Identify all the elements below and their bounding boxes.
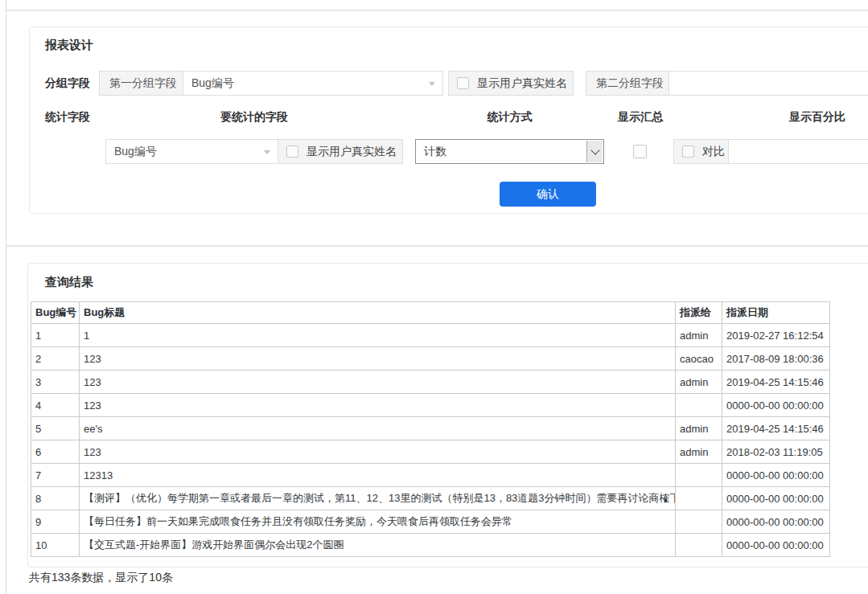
table-cell: 123 xyxy=(80,371,676,394)
table-row: 10【交互式题-开始界面】游戏开始界面偶尔会出现2个圆圈0000-00-00 0… xyxy=(31,534,830,557)
percent-input[interactable] xyxy=(728,139,868,164)
first-group-addon-label: 第一分组字段 xyxy=(99,71,183,96)
table-cell: 0000-00-00 00:00:00 xyxy=(722,510,830,534)
col-header-assignee: 指派给 xyxy=(676,302,722,324)
table-cell: 7 xyxy=(31,464,80,487)
table-cell: 【交互式题-开始界面】游戏开始界面偶尔会出现2个圆圈 xyxy=(80,534,676,557)
table-cell: 1 xyxy=(80,324,676,347)
table-cell: 2018-02-03 11:19:05 xyxy=(722,440,830,464)
table-cell: 5 xyxy=(31,417,80,440)
report-design-title: 报表设计 xyxy=(45,38,93,53)
table-cell: admin xyxy=(676,417,722,440)
table-cell: 0000-00-00 00:00:00 xyxy=(722,464,830,487)
col-header-bug-id: Bug编号 xyxy=(31,302,80,324)
table-cell: 0000-00-00 00:00:00 xyxy=(722,394,830,417)
results-table: Bug编号 Bug标题 指派给 指派日期 11admin2019-02-27 1… xyxy=(31,301,830,557)
table-row: 5ee'sadmin2019-04-25 14:15:46 xyxy=(31,417,830,440)
stat-field-label: 统计字段 xyxy=(45,109,90,125)
table-cell: 0000-00-00 00:00:00 xyxy=(722,487,830,510)
table-cell: 1 xyxy=(31,324,80,347)
compare-group: 对比 xyxy=(673,139,729,164)
show-real-name-checkbox-1[interactable] xyxy=(457,77,469,89)
table-row: 9【每日任务】前一天如果完成喂食任务并且没有领取任务奖励，今天喂食后再领取任务会… xyxy=(31,510,830,534)
compare-checkbox[interactable] xyxy=(682,145,694,158)
table-cell: ee's xyxy=(80,417,676,440)
table-cell: caocao xyxy=(676,347,722,371)
first-group-select[interactable]: Bug编号 xyxy=(183,71,443,96)
query-results-card: 查询结果 Bug编号 Bug标题 指派给 指派日期 11admin2019-02… xyxy=(27,263,868,567)
table-cell: 8 xyxy=(31,487,80,510)
page: 报表设计 分组字段 第一分组字段 Bug编号 显示用户真实姓名 第二分组字段 统… xyxy=(0,0,868,594)
table-cell: 2019-02-27 16:12:54 xyxy=(722,324,830,347)
table-cell xyxy=(676,534,722,557)
table-cell: 6 xyxy=(31,440,80,464)
table-cell: 2 xyxy=(31,347,80,371)
table-cell: admin xyxy=(676,440,722,464)
table-cell: 10 xyxy=(31,534,80,557)
caret-down-icon xyxy=(264,150,270,154)
show-summary-checkbox[interactable] xyxy=(633,145,647,158)
first-group-select-value: Bug编号 xyxy=(191,76,234,89)
second-group-select[interactable] xyxy=(668,71,868,96)
col-header-assign-date: 指派日期 xyxy=(722,302,830,324)
table-row: 7123130000-00-00 00:00:00 xyxy=(31,464,830,487)
table-cell: 0000-00-00 00:00:00 xyxy=(722,534,830,557)
show-real-name-group-1: 显示用户真实姓名 xyxy=(448,71,574,96)
table-cell xyxy=(676,394,722,417)
table-cell: 2019-04-25 14:15:46 xyxy=(722,417,830,440)
stat-field-select[interactable]: Bug编号 xyxy=(105,139,278,164)
table-cell: 123 xyxy=(80,394,676,417)
table-cell: 9 xyxy=(31,510,80,534)
show-real-name-label-1: 显示用户真实姓名 xyxy=(477,72,567,95)
results-count-summary: 共有133条数据，显示了10条 xyxy=(29,571,173,585)
show-real-name-label-2: 显示用户真实姓名 xyxy=(306,140,397,163)
group-field-label: 分组字段 xyxy=(45,71,90,96)
table-cell: admin xyxy=(676,324,722,347)
results-table-body: 11admin2019-02-27 16:12:542123caocao2017… xyxy=(31,324,830,557)
table-cell: 4 xyxy=(31,394,80,417)
compare-label: 对比 xyxy=(702,140,725,163)
table-cell: 【每日任务】前一天如果完成喂食任务并且没有领取任务奖励，今天喂食后再领取任务会异… xyxy=(80,510,676,534)
table-cell: 2017-08-09 18:00:36 xyxy=(722,347,830,371)
table-row: 8【测评】（优化）每学期第一章或者最后一章的测试，第11、12、13里的测试（特… xyxy=(31,487,830,510)
table-row: 41230000-00-00 00:00:00 xyxy=(31,394,830,417)
table-cell: 【测评】（优化）每学期第一章或者最后一章的测试，第11、12、13里的测试（特别… xyxy=(80,487,676,510)
stat-col-summary-header: 显示汇总 xyxy=(596,109,685,125)
stat-col-method-header: 统计方式 xyxy=(415,109,604,125)
top-section-divider xyxy=(6,10,868,11)
col-header-bug-title: Bug标题 xyxy=(80,302,676,324)
table-row: 11admin2019-02-27 16:12:54 xyxy=(31,324,830,347)
sidebar-edge-divider xyxy=(6,0,6,594)
table-row: 2123caocao2017-08-09 18:00:36 xyxy=(31,347,830,371)
caret-down-icon xyxy=(429,82,435,86)
stat-field-select-value: Bug编号 xyxy=(114,145,157,158)
second-group-addon-label: 第二分组字段 xyxy=(586,71,669,96)
stat-method-select[interactable]: 计数 xyxy=(415,139,604,164)
table-row: 3123admin2019-04-25 14:15:46 xyxy=(31,371,830,394)
table-header-row: Bug编号 Bug标题 指派给 指派日期 xyxy=(31,302,830,324)
middle-section-divider xyxy=(6,245,868,247)
table-cell xyxy=(676,510,722,534)
query-results-title: 查询结果 xyxy=(45,275,93,290)
table-cell: 2019-04-25 14:15:46 xyxy=(722,371,830,394)
show-real-name-group-2: 显示用户真实姓名 xyxy=(278,139,403,164)
table-cell: 123 xyxy=(80,440,676,464)
table-cell: 3 xyxy=(31,371,80,394)
stat-col-percent-header: 显示百分比 xyxy=(741,109,868,125)
table-cell: admin xyxy=(676,371,722,394)
table-cell: 123 xyxy=(80,347,676,371)
table-cell xyxy=(676,487,722,510)
select-chevron-icon xyxy=(586,141,603,162)
table-cell: 12313 xyxy=(80,464,676,487)
table-cell xyxy=(676,464,722,487)
stat-col-field-header: 要统计的字段 xyxy=(105,109,403,125)
confirm-button[interactable]: 确认 xyxy=(500,182,596,207)
show-real-name-checkbox-2[interactable] xyxy=(286,145,298,158)
report-design-card: 报表设计 分组字段 第一分组字段 Bug编号 显示用户真实姓名 第二分组字段 统… xyxy=(29,27,868,214)
stat-method-select-value: 计数 xyxy=(424,145,446,158)
table-row: 6123admin2018-02-03 11:19:05 xyxy=(31,440,830,464)
